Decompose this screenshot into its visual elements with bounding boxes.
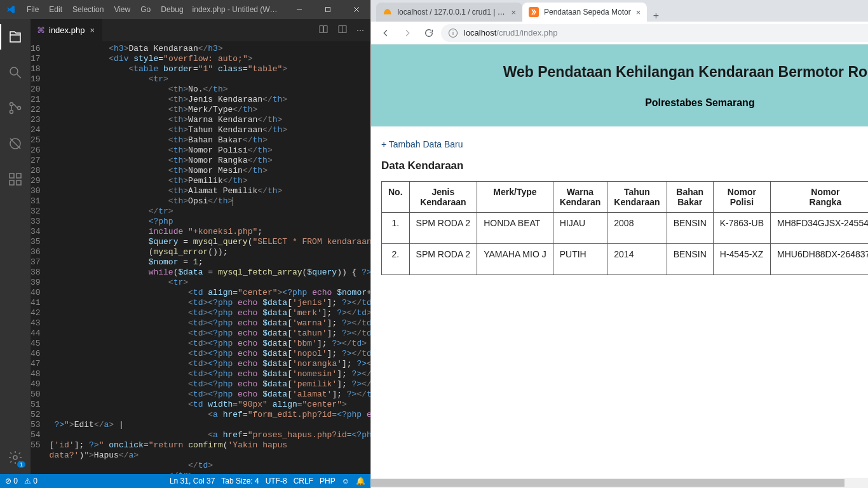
vscode-window: FileEditSelectionViewGoDebug index.php -… <box>0 0 370 488</box>
table-header: TahunKendaraan <box>607 182 667 213</box>
vehicle-table: No.JenisKendaraanMerk/TypeWarnaKendaranT… <box>381 181 868 275</box>
vscode-menu: FileEditSelectionViewGoDebug <box>22 5 189 14</box>
svg-line-5 <box>17 74 21 78</box>
section-title: Data Kendaraan <box>381 159 868 172</box>
svg-point-8 <box>18 107 21 110</box>
status-feedback-icon[interactable]: ☺ <box>342 477 349 485</box>
table-cell: BENSIN <box>667 213 713 244</box>
table-cell: HONDA BEAT <box>477 213 553 244</box>
search-icon[interactable] <box>0 60 31 85</box>
code-editor[interactable]: 1617181920212223242526272829303132333435… <box>31 41 370 474</box>
table-cell: H-4545-XZ <box>713 244 770 275</box>
address-bar[interactable]: i localhost/crud1/index.php <box>441 24 868 42</box>
table-header: No. <box>382 182 410 213</box>
horizontal-scrollbar[interactable]: ◄ ► <box>371 478 868 488</box>
svg-rect-11 <box>10 173 14 178</box>
table-cell: 1. <box>382 213 410 244</box>
vscode-titlebar: FileEditSelectionViewGoDebug index.php -… <box>0 0 370 19</box>
settings-badge: 1 <box>17 461 25 468</box>
svg-point-7 <box>10 111 13 114</box>
svg-rect-17 <box>324 26 327 33</box>
menu-debug[interactable]: Debug <box>156 5 188 14</box>
table-header: NomorPolisi <box>713 182 770 213</box>
vehicle-table-wrapper[interactable]: No.JenisKendaraanMerk/TypeWarnaKendaranT… <box>381 181 868 275</box>
php-file-icon: ⌘ <box>37 25 45 35</box>
table-cell: HIJAU <box>553 213 607 244</box>
table-cell: MHU6DH88DX-264837 <box>771 244 868 275</box>
table-row: 2.SPM RODA 2YAMAHA MIO JPUTIH2014BENSINH… <box>382 244 869 275</box>
table-cell: 2008 <box>607 213 667 244</box>
editor-tab-label: index.php <box>49 25 85 35</box>
new-tab-button[interactable]: + <box>647 10 665 22</box>
table-header: BahanBakar <box>667 182 713 213</box>
phpmyadmin-favicon <box>383 7 392 17</box>
xampp-favicon <box>529 7 539 17</box>
svg-rect-13 <box>10 180 14 185</box>
table-header: JenisKendaraan <box>409 182 477 213</box>
url-text: localhost/crud1/index.php <box>464 28 557 37</box>
reload-button[interactable] <box>419 24 438 42</box>
add-data-link[interactable]: + Tambah Data Baru <box>381 139 463 149</box>
chrome-toolbar: i localhost/crud1/index.php <box>371 22 868 44</box>
explorer-icon[interactable] <box>0 24 31 50</box>
more-actions-icon[interactable]: ⋯ <box>356 26 364 35</box>
table-header: WarnaKendaran <box>553 182 607 213</box>
table-header: NomorRangka <box>771 182 868 213</box>
close-tab-icon[interactable]: × <box>88 25 96 35</box>
site-info-icon[interactable]: i <box>449 29 458 37</box>
table-header: Merk/Type <box>477 182 553 213</box>
svg-rect-12 <box>17 173 21 178</box>
debug-icon[interactable] <box>0 131 31 156</box>
chrome-tab-label: localhost / 127.0.0.1 / crud1 | php <box>397 8 506 17</box>
status-language[interactable]: PHP <box>320 477 336 485</box>
table-cell: BENSIN <box>667 244 713 275</box>
menu-go[interactable]: Go <box>135 5 156 14</box>
table-row: 1.SPM RODA 2HONDA BEATHIJAU2008BENSINK-7… <box>382 213 869 244</box>
editor-area: ⌘ index.php × ⋯ 161718192021222324252627… <box>31 19 370 474</box>
status-errors[interactable]: ⊘ 0 <box>5 477 18 485</box>
chrome-tab-1[interactable]: Pendataan Sepeda Motor× <box>522 3 647 22</box>
svg-point-4 <box>10 67 18 75</box>
split-editor-icon[interactable] <box>337 24 348 36</box>
chrome-tab-strip: localhost / 127.0.0.1 / crud1 | php×Pend… <box>371 0 647 22</box>
status-cursor[interactable]: Ln 31, Col 37 <box>170 477 215 485</box>
status-eol[interactable]: CRLF <box>294 477 313 485</box>
svg-point-6 <box>10 103 13 106</box>
forward-button[interactable] <box>398 24 417 42</box>
status-warnings[interactable]: ⚠ 0 <box>24 477 37 485</box>
source-control-icon[interactable] <box>0 95 31 121</box>
menu-selection[interactable]: Selection <box>67 5 109 14</box>
close-button[interactable] <box>342 0 370 19</box>
table-cell: 2. <box>382 244 410 275</box>
menu-view[interactable]: View <box>109 5 135 14</box>
svg-rect-16 <box>320 26 323 33</box>
page-title: Web Pendataan Kehilangan Kendaraan Bermo… <box>377 64 868 81</box>
svg-rect-14 <box>17 180 21 185</box>
status-bell-icon[interactable]: 🔔 <box>356 477 365 485</box>
maximize-button[interactable] <box>313 0 342 19</box>
close-tab-icon[interactable]: × <box>636 8 641 17</box>
chrome-tab-0[interactable]: localhost / 127.0.0.1 / crud1 | php× <box>376 3 522 22</box>
svg-point-15 <box>13 456 17 459</box>
chrome-window: localhost / 127.0.0.1 / crud1 | php×Pend… <box>370 0 868 488</box>
editor-tab-index-php[interactable]: ⌘ index.php × <box>31 19 102 41</box>
editor-tab-bar: ⌘ index.php × ⋯ <box>31 19 370 41</box>
menu-file[interactable]: File <box>22 5 44 14</box>
table-cell: K-7863-UB <box>713 213 770 244</box>
table-cell: MH8FD34GJSX-245548 <box>771 213 868 244</box>
menu-edit[interactable]: Edit <box>44 5 67 14</box>
status-tabsize[interactable]: Tab Size: 4 <box>221 477 259 485</box>
scroll-thumb[interactable] <box>371 479 844 487</box>
open-changes-icon[interactable] <box>318 24 329 36</box>
chrome-titlebar: localhost / 127.0.0.1 / crud1 | php×Pend… <box>371 0 868 22</box>
extensions-icon[interactable] <box>0 166 31 192</box>
table-cell: YAMAHA MIO J <box>477 244 553 275</box>
settings-gear-icon[interactable]: 1 <box>0 445 31 470</box>
minimize-button[interactable] <box>285 0 313 19</box>
table-cell: SPM RODA 2 <box>409 213 477 244</box>
close-tab-icon[interactable]: × <box>511 8 516 17</box>
page-subtitle: Polrestabes Semarang <box>377 97 868 109</box>
page-viewport: Web Pendataan Kehilangan Kendaraan Bermo… <box>371 44 868 488</box>
status-encoding[interactable]: UTF-8 <box>266 477 287 485</box>
back-button[interactable] <box>376 24 395 42</box>
